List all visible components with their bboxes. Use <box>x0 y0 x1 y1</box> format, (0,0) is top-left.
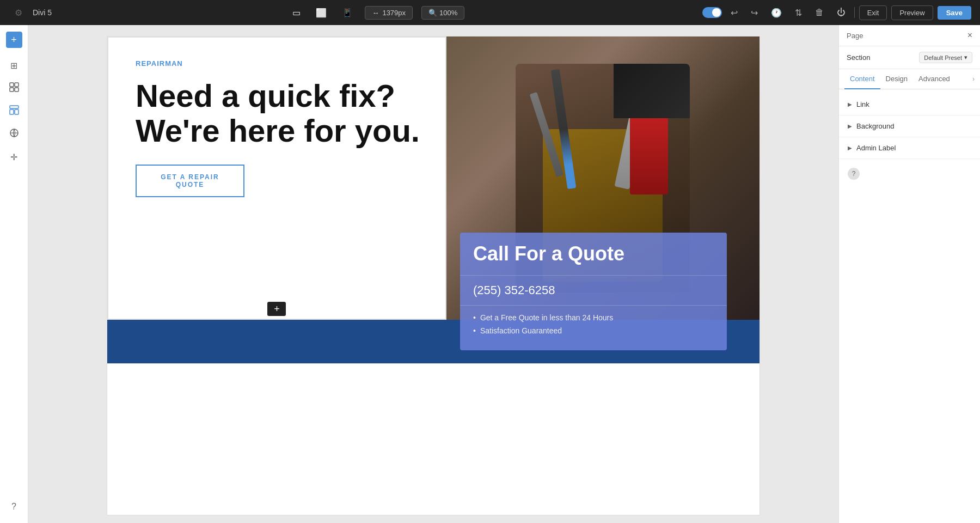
canvas-area[interactable]: REPAIRMAN Need a quick fix? We're here f… <box>28 25 838 523</box>
accordion-background-label: Background <box>856 122 894 130</box>
panel-title: Page <box>847 32 863 40</box>
accordion-admin-label-header[interactable]: ▶ Admin Label <box>839 137 980 159</box>
hero-left-column: REPAIRMAN Need a quick fix? We're here f… <box>107 37 446 320</box>
tab-design[interactable]: Design <box>880 69 913 89</box>
panel-preset-button[interactable]: Default Preset ▾ <box>919 52 972 63</box>
accordion-admin-label-text: Admin Label <box>856 144 896 152</box>
device-desktop-btn[interactable]: ▭ <box>289 5 304 20</box>
sidebar-transform-btn[interactable]: ✛ <box>4 147 24 167</box>
section-blue: Call For a Quote (255) 352-6258 Get a Fr… <box>107 320 759 363</box>
sidebar-help-btn[interactable]: ? <box>4 497 24 516</box>
layout-icon <box>9 105 19 117</box>
tab-design-label: Design <box>886 75 908 83</box>
topbar: ⚙ Divi 5 ▭ ⬜ 📱 ↔ 1379px 🔍 100% ↩ ↪ 🕐 ⇅ 🗑… <box>0 0 980 25</box>
tab-content[interactable]: Content <box>844 69 880 89</box>
help-icon: ? <box>11 502 16 512</box>
tab-content-label: Content <box>850 75 875 83</box>
panel-close-button[interactable]: × <box>967 31 972 40</box>
panel-section-row: Section Default Preset ▾ <box>839 46 980 69</box>
panel-body: ▶ Link ▶ Background ▶ Admin Label ? <box>839 89 980 523</box>
accordion-background-header[interactable]: ▶ Background <box>839 115 980 137</box>
sidebar-layers-btn[interactable]: ⊞ <box>4 56 24 75</box>
quote-card-bullets: Get a Free Quote in less than 24 Hours S… <box>460 306 727 350</box>
topbar-left: ⚙ Divi 5 <box>9 3 52 22</box>
sidebar-global-btn[interactable] <box>4 124 24 144</box>
zoom-display[interactable]: 🔍 100% <box>421 6 464 20</box>
bullet-2-text: Satisfaction Guaranteed <box>480 326 562 335</box>
hero-cta-button[interactable]: GET A REPAIR QUOTE <box>136 165 244 197</box>
layers-icon: ⊞ <box>10 60 17 71</box>
toggle-track[interactable] <box>702 7 722 18</box>
width-icon: ↔ <box>372 9 379 17</box>
right-panel: Page × Section Default Preset ▾ Content … <box>838 25 980 523</box>
quote-card-phone[interactable]: (255) 352-6258 <box>473 283 714 297</box>
zoom-value: 100% <box>439 9 457 17</box>
accordion-admin-label: ▶ Admin Label <box>839 137 980 159</box>
quote-bullet-1: Get a Free Quote in less than 24 Hours <box>473 313 714 322</box>
canvas: REPAIRMAN Need a quick fix? We're here f… <box>107 36 760 515</box>
dark-top-area <box>614 64 690 118</box>
exit-button[interactable]: Exit <box>859 5 887 20</box>
panel-help: ? <box>839 159 980 188</box>
accordion-link: ▶ Link <box>839 94 980 115</box>
sidebar-layout-btn[interactable] <box>4 101 24 121</box>
svg-rect-3 <box>15 88 19 92</box>
width-value: 1379px <box>382 9 406 17</box>
quote-card-phone-row: (255) 352-6258 <box>460 276 727 306</box>
svg-rect-1 <box>15 83 19 87</box>
svg-rect-6 <box>15 110 19 114</box>
svg-rect-4 <box>10 106 19 108</box>
main-area: + ⊞ <box>0 25 980 523</box>
hero-add-row: + <box>108 299 445 319</box>
app-title: Divi 5 <box>33 8 52 17</box>
accordion-link-header[interactable]: ▶ Link <box>839 94 980 115</box>
svg-rect-0 <box>10 83 14 87</box>
quote-card-title[interactable]: Call For a Quote <box>473 242 714 265</box>
device-tablet-btn[interactable]: ⬜ <box>313 5 330 20</box>
tab-advanced-label: Advanced <box>918 75 950 83</box>
trash-btn[interactable]: 🗑 <box>811 5 828 20</box>
preview-button[interactable]: Preview <box>891 5 933 20</box>
width-display[interactable]: ↔ 1379px <box>365 6 413 20</box>
accordion-background: ▶ Background <box>839 115 980 137</box>
accordion-link-arrow: ▶ <box>848 101 852 107</box>
accordion-admin-label-arrow: ▶ <box>848 145 852 151</box>
power-btn[interactable]: ⏻ <box>832 5 850 20</box>
history-btn[interactable]: 🕐 <box>767 5 786 20</box>
svg-rect-5 <box>10 110 14 114</box>
toggle-knob <box>712 8 721 17</box>
accordion-link-label: Link <box>856 100 869 108</box>
topbar-right: ↩ ↪ 🕐 ⇅ 🗑 ⏻ Exit Preview Save <box>702 5 971 20</box>
device-mobile-btn[interactable]: 📱 <box>339 5 356 20</box>
add-row-button[interactable]: + <box>267 302 286 316</box>
topbar-center: ▭ ⬜ 📱 ↔ 1379px 🔍 100% <box>58 5 696 20</box>
accordion-background-arrow: ▶ <box>848 123 852 129</box>
undo-btn[interactable]: ↩ <box>726 5 742 20</box>
add-element-button[interactable]: + <box>6 32 22 48</box>
redo-btn[interactable]: ↪ <box>746 5 762 20</box>
tabs-more: › <box>972 69 975 89</box>
hero-label: REPAIRMAN <box>136 59 424 68</box>
panel-header: Page × <box>839 25 980 46</box>
left-sidebar: + ⊞ <box>0 25 28 523</box>
theme-toggle[interactable] <box>702 7 722 18</box>
quote-card-title-row: Call For a Quote <box>460 233 727 276</box>
save-button[interactable]: Save <box>938 6 971 20</box>
modules-icon <box>9 82 19 94</box>
help-circle-icon[interactable]: ? <box>848 168 860 180</box>
responsive-btn[interactable]: ⇅ <box>791 5 806 20</box>
svg-rect-2 <box>10 88 14 92</box>
app-settings-icon[interactable]: ⚙ <box>9 3 28 22</box>
quote-card: Call For a Quote (255) 352-6258 Get a Fr… <box>460 233 727 350</box>
sidebar-modules-btn[interactable] <box>4 78 24 98</box>
add-row-icon: + <box>274 303 280 315</box>
preset-label: Default Preset <box>924 54 962 61</box>
hero-heading[interactable]: Need a quick fix? We're here for you. <box>136 78 424 148</box>
zoom-icon: 🔍 <box>428 9 437 17</box>
transform-icon: ✛ <box>10 152 17 162</box>
preset-chevron-icon: ▾ <box>964 54 967 61</box>
tab-advanced[interactable]: Advanced <box>913 69 955 89</box>
tabs-more-button[interactable]: › <box>972 75 975 83</box>
panel-section-name: Section <box>847 53 870 62</box>
bullet-1-text: Get a Free Quote in less than 24 Hours <box>480 313 613 322</box>
